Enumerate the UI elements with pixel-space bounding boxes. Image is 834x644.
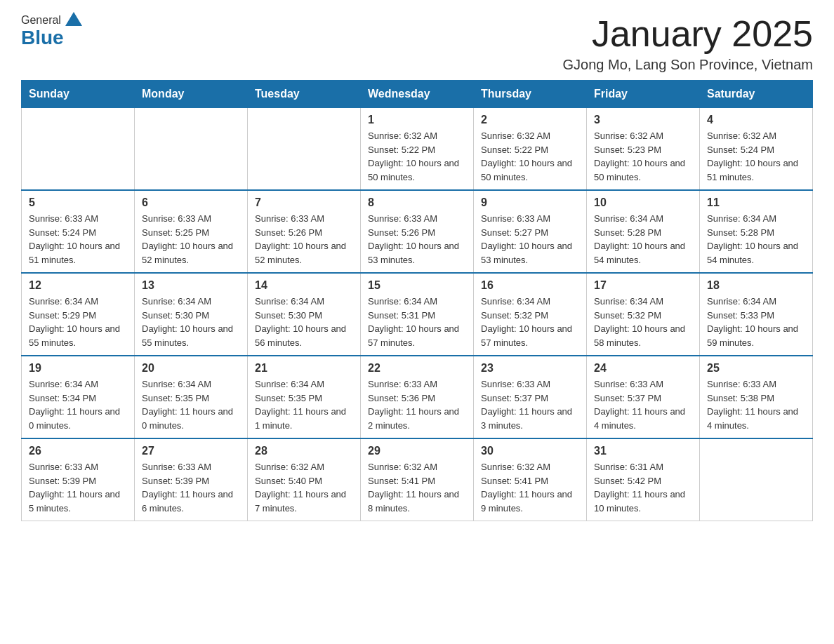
col-sunday: Sunday (22, 81, 135, 108)
calendar-cell: 24Sunrise: 6:33 AMSunset: 5:37 PMDayligh… (587, 356, 700, 438)
day-number: 9 (481, 196, 579, 209)
day-number: 27 (142, 445, 240, 457)
day-number: 3 (594, 114, 692, 126)
day-number: 30 (481, 445, 579, 457)
logo-general-text: General (21, 14, 61, 27)
calendar-cell: 30Sunrise: 6:32 AMSunset: 5:41 PMDayligh… (474, 438, 587, 521)
calendar-cell: 4Sunrise: 6:32 AMSunset: 5:24 PMDaylight… (700, 108, 813, 191)
day-info: Sunrise: 6:33 AMSunset: 5:26 PMDaylight:… (368, 212, 466, 267)
calendar-cell: 13Sunrise: 6:34 AMSunset: 5:30 PMDayligh… (135, 273, 248, 356)
title-block: January 2025 GJong Mo, Lang Son Province… (562, 14, 813, 73)
day-number: 31 (594, 445, 692, 457)
day-number: 16 (481, 279, 579, 292)
calendar-cell: 17Sunrise: 6:34 AMSunset: 5:32 PMDayligh… (587, 273, 700, 356)
col-thursday: Thursday (474, 81, 587, 108)
day-info: Sunrise: 6:33 AMSunset: 5:24 PMDaylight:… (29, 212, 127, 267)
calendar-cell: 1Sunrise: 6:32 AMSunset: 5:22 PMDaylight… (361, 108, 474, 191)
calendar-cell: 3Sunrise: 6:32 AMSunset: 5:23 PMDaylight… (587, 108, 700, 191)
calendar-cell: 16Sunrise: 6:34 AMSunset: 5:32 PMDayligh… (474, 273, 587, 356)
day-number: 4 (707, 114, 805, 126)
day-number: 21 (255, 362, 353, 375)
calendar-week-2: 5Sunrise: 6:33 AMSunset: 5:24 PMDaylight… (22, 190, 813, 273)
page-header: General Blue January 2025 GJong Mo, Lang… (21, 14, 813, 73)
day-info: Sunrise: 6:33 AMSunset: 5:37 PMDaylight:… (481, 377, 579, 432)
page-title: January 2025 (562, 14, 813, 54)
calendar-cell: 19Sunrise: 6:34 AMSunset: 5:34 PMDayligh… (22, 356, 135, 438)
day-info: Sunrise: 6:34 AMSunset: 5:28 PMDaylight:… (707, 212, 805, 267)
day-number: 22 (368, 362, 466, 375)
day-number: 15 (368, 279, 466, 292)
day-number: 28 (255, 445, 353, 457)
day-info: Sunrise: 6:33 AMSunset: 5:39 PMDaylight:… (142, 460, 240, 515)
col-wednesday: Wednesday (361, 81, 474, 108)
col-saturday: Saturday (700, 81, 813, 108)
calendar-week-3: 12Sunrise: 6:34 AMSunset: 5:29 PMDayligh… (22, 273, 813, 356)
calendar-cell: 22Sunrise: 6:33 AMSunset: 5:36 PMDayligh… (361, 356, 474, 438)
calendar-cell: 25Sunrise: 6:33 AMSunset: 5:38 PMDayligh… (700, 356, 813, 438)
day-info: Sunrise: 6:32 AMSunset: 5:40 PMDaylight:… (255, 460, 353, 515)
calendar-cell (22, 108, 135, 191)
logo-blue-text: Blue (21, 27, 64, 49)
calendar-cell (135, 108, 248, 191)
day-info: Sunrise: 6:32 AMSunset: 5:41 PMDaylight:… (481, 460, 579, 515)
day-number: 7 (255, 196, 353, 209)
day-info: Sunrise: 6:33 AMSunset: 5:27 PMDaylight:… (481, 212, 579, 267)
calendar-cell: 6Sunrise: 6:33 AMSunset: 5:25 PMDaylight… (135, 190, 248, 273)
calendar-cell: 18Sunrise: 6:34 AMSunset: 5:33 PMDayligh… (700, 273, 813, 356)
day-number: 13 (142, 279, 240, 292)
day-info: Sunrise: 6:34 AMSunset: 5:30 PMDaylight:… (255, 295, 353, 349)
calendar-cell: 10Sunrise: 6:34 AMSunset: 5:28 PMDayligh… (587, 190, 700, 273)
day-info: Sunrise: 6:34 AMSunset: 5:32 PMDaylight:… (481, 295, 579, 349)
day-number: 11 (707, 196, 805, 209)
day-info: Sunrise: 6:32 AMSunset: 5:23 PMDaylight:… (594, 129, 692, 184)
day-info: Sunrise: 6:34 AMSunset: 5:32 PMDaylight:… (594, 295, 692, 349)
calendar-week-5: 26Sunrise: 6:33 AMSunset: 5:39 PMDayligh… (22, 438, 813, 521)
day-info: Sunrise: 6:31 AMSunset: 5:42 PMDaylight:… (594, 460, 692, 515)
calendar-cell: 15Sunrise: 6:34 AMSunset: 5:31 PMDayligh… (361, 273, 474, 356)
calendar-cell: 7Sunrise: 6:33 AMSunset: 5:26 PMDaylight… (248, 190, 361, 273)
day-info: Sunrise: 6:33 AMSunset: 5:36 PMDaylight:… (368, 377, 466, 432)
calendar-cell: 2Sunrise: 6:32 AMSunset: 5:22 PMDaylight… (474, 108, 587, 191)
day-info: Sunrise: 6:32 AMSunset: 5:24 PMDaylight:… (707, 129, 805, 184)
day-number: 14 (255, 279, 353, 292)
day-number: 29 (368, 445, 466, 457)
calendar-table: Sunday Monday Tuesday Wednesday Thursday… (21, 80, 813, 521)
logo-triangle-icon (65, 12, 82, 26)
day-info: Sunrise: 6:33 AMSunset: 5:39 PMDaylight:… (29, 460, 127, 515)
day-number: 5 (29, 196, 127, 209)
day-info: Sunrise: 6:34 AMSunset: 5:33 PMDaylight:… (707, 295, 805, 349)
day-number: 25 (707, 362, 805, 375)
day-number: 20 (142, 362, 240, 375)
calendar-cell: 26Sunrise: 6:33 AMSunset: 5:39 PMDayligh… (22, 438, 135, 521)
calendar-cell: 21Sunrise: 6:34 AMSunset: 5:35 PMDayligh… (248, 356, 361, 438)
calendar-cell: 27Sunrise: 6:33 AMSunset: 5:39 PMDayligh… (135, 438, 248, 521)
calendar-cell (248, 108, 361, 191)
day-info: Sunrise: 6:34 AMSunset: 5:31 PMDaylight:… (368, 295, 466, 349)
calendar-cell: 29Sunrise: 6:32 AMSunset: 5:41 PMDayligh… (361, 438, 474, 521)
col-tuesday: Tuesday (248, 81, 361, 108)
day-info: Sunrise: 6:34 AMSunset: 5:30 PMDaylight:… (142, 295, 240, 349)
day-info: Sunrise: 6:33 AMSunset: 5:37 PMDaylight:… (594, 377, 692, 432)
day-info: Sunrise: 6:33 AMSunset: 5:25 PMDaylight:… (142, 212, 240, 267)
page-subtitle: GJong Mo, Lang Son Province, Vietnam (562, 57, 813, 73)
day-number: 24 (594, 362, 692, 375)
logo: General Blue (21, 14, 84, 49)
day-number: 8 (368, 196, 466, 209)
day-number: 19 (29, 362, 127, 375)
day-number: 23 (481, 362, 579, 375)
day-info: Sunrise: 6:32 AMSunset: 5:22 PMDaylight:… (368, 129, 466, 184)
calendar-cell: 11Sunrise: 6:34 AMSunset: 5:28 PMDayligh… (700, 190, 813, 273)
day-info: Sunrise: 6:34 AMSunset: 5:28 PMDaylight:… (594, 212, 692, 267)
calendar-cell: 5Sunrise: 6:33 AMSunset: 5:24 PMDaylight… (22, 190, 135, 273)
calendar-body: 1Sunrise: 6:32 AMSunset: 5:22 PMDaylight… (22, 108, 813, 521)
day-info: Sunrise: 6:33 AMSunset: 5:38 PMDaylight:… (707, 377, 805, 432)
calendar-header: Sunday Monday Tuesday Wednesday Thursday… (22, 81, 813, 108)
calendar-cell: 20Sunrise: 6:34 AMSunset: 5:35 PMDayligh… (135, 356, 248, 438)
calendar-cell: 12Sunrise: 6:34 AMSunset: 5:29 PMDayligh… (22, 273, 135, 356)
day-number: 6 (142, 196, 240, 209)
day-info: Sunrise: 6:34 AMSunset: 5:35 PMDaylight:… (255, 377, 353, 432)
calendar-cell: 23Sunrise: 6:33 AMSunset: 5:37 PMDayligh… (474, 356, 587, 438)
day-info: Sunrise: 6:34 AMSunset: 5:35 PMDaylight:… (142, 377, 240, 432)
calendar-cell (700, 438, 813, 521)
calendar-cell: 14Sunrise: 6:34 AMSunset: 5:30 PMDayligh… (248, 273, 361, 356)
